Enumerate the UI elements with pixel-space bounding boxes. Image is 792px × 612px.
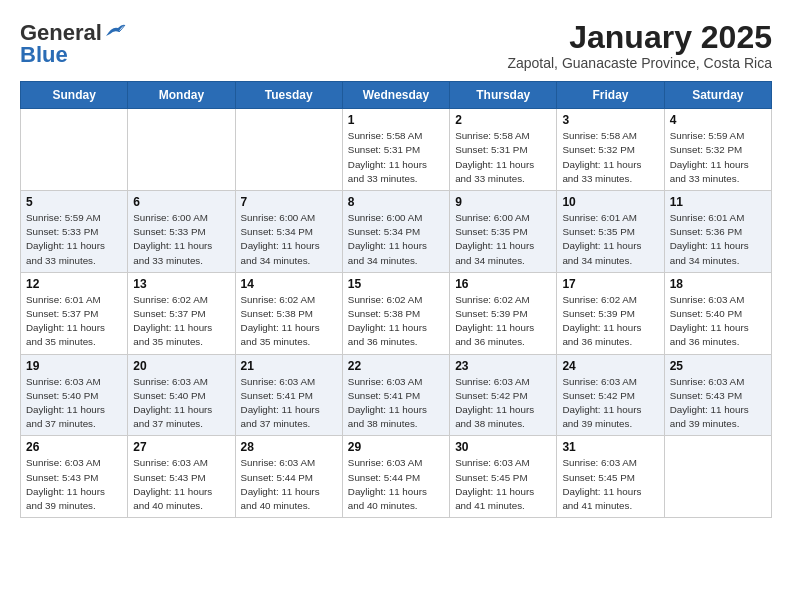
logo: General Blue	[20, 20, 126, 68]
day-info: Sunrise: 6:03 AMSunset: 5:40 PMDaylight:…	[133, 375, 229, 432]
weekday-header-sunday: Sunday	[21, 82, 128, 109]
weekday-header-friday: Friday	[557, 82, 664, 109]
calendar-week-row: 26Sunrise: 6:03 AMSunset: 5:43 PMDayligh…	[21, 436, 772, 518]
day-info: Sunrise: 6:03 AMSunset: 5:43 PMDaylight:…	[670, 375, 766, 432]
month-year: January 2025	[507, 20, 772, 55]
day-number: 5	[26, 195, 122, 209]
day-number: 6	[133, 195, 229, 209]
day-number: 9	[455, 195, 551, 209]
calendar-day-cell: 10Sunrise: 6:01 AMSunset: 5:35 PMDayligh…	[557, 191, 664, 273]
calendar-day-cell: 25Sunrise: 6:03 AMSunset: 5:43 PMDayligh…	[664, 354, 771, 436]
weekday-header-saturday: Saturday	[664, 82, 771, 109]
calendar-day-cell: 8Sunrise: 6:00 AMSunset: 5:34 PMDaylight…	[342, 191, 449, 273]
calendar-day-cell: 28Sunrise: 6:03 AMSunset: 5:44 PMDayligh…	[235, 436, 342, 518]
day-number: 20	[133, 359, 229, 373]
calendar-header-row: SundayMondayTuesdayWednesdayThursdayFrid…	[21, 82, 772, 109]
calendar-day-cell: 2Sunrise: 5:58 AMSunset: 5:31 PMDaylight…	[450, 109, 557, 191]
calendar-day-cell: 24Sunrise: 6:03 AMSunset: 5:42 PMDayligh…	[557, 354, 664, 436]
day-info: Sunrise: 6:02 AMSunset: 5:37 PMDaylight:…	[133, 293, 229, 350]
calendar-empty-cell	[235, 109, 342, 191]
calendar-day-cell: 14Sunrise: 6:02 AMSunset: 5:38 PMDayligh…	[235, 272, 342, 354]
calendar-day-cell: 18Sunrise: 6:03 AMSunset: 5:40 PMDayligh…	[664, 272, 771, 354]
day-number: 2	[455, 113, 551, 127]
calendar-day-cell: 23Sunrise: 6:03 AMSunset: 5:42 PMDayligh…	[450, 354, 557, 436]
calendar-week-row: 1Sunrise: 5:58 AMSunset: 5:31 PMDaylight…	[21, 109, 772, 191]
day-info: Sunrise: 5:58 AMSunset: 5:31 PMDaylight:…	[455, 129, 551, 186]
day-number: 19	[26, 359, 122, 373]
calendar-day-cell: 17Sunrise: 6:02 AMSunset: 5:39 PMDayligh…	[557, 272, 664, 354]
title-block: January 2025 Zapotal, Guanacaste Provinc…	[507, 20, 772, 71]
day-info: Sunrise: 6:03 AMSunset: 5:40 PMDaylight:…	[26, 375, 122, 432]
day-number: 4	[670, 113, 766, 127]
day-number: 14	[241, 277, 337, 291]
day-info: Sunrise: 6:03 AMSunset: 5:44 PMDaylight:…	[348, 456, 444, 513]
day-info: Sunrise: 6:03 AMSunset: 5:43 PMDaylight:…	[133, 456, 229, 513]
day-number: 3	[562, 113, 658, 127]
calendar-week-row: 19Sunrise: 6:03 AMSunset: 5:40 PMDayligh…	[21, 354, 772, 436]
page-header: General Blue January 2025 Zapotal, Guana…	[20, 20, 772, 71]
calendar-day-cell: 9Sunrise: 6:00 AMSunset: 5:35 PMDaylight…	[450, 191, 557, 273]
calendar-day-cell: 13Sunrise: 6:02 AMSunset: 5:37 PMDayligh…	[128, 272, 235, 354]
day-number: 28	[241, 440, 337, 454]
logo-bird-icon	[104, 22, 126, 40]
day-info: Sunrise: 6:03 AMSunset: 5:41 PMDaylight:…	[241, 375, 337, 432]
weekday-header-wednesday: Wednesday	[342, 82, 449, 109]
day-info: Sunrise: 6:00 AMSunset: 5:34 PMDaylight:…	[241, 211, 337, 268]
day-info: Sunrise: 6:03 AMSunset: 5:43 PMDaylight:…	[26, 456, 122, 513]
day-info: Sunrise: 6:00 AMSunset: 5:34 PMDaylight:…	[348, 211, 444, 268]
day-number: 22	[348, 359, 444, 373]
calendar-day-cell: 11Sunrise: 6:01 AMSunset: 5:36 PMDayligh…	[664, 191, 771, 273]
day-info: Sunrise: 6:00 AMSunset: 5:33 PMDaylight:…	[133, 211, 229, 268]
location: Zapotal, Guanacaste Province, Costa Rica	[507, 55, 772, 71]
day-number: 15	[348, 277, 444, 291]
day-number: 27	[133, 440, 229, 454]
day-info: Sunrise: 6:03 AMSunset: 5:45 PMDaylight:…	[562, 456, 658, 513]
calendar-week-row: 5Sunrise: 5:59 AMSunset: 5:33 PMDaylight…	[21, 191, 772, 273]
day-info: Sunrise: 6:02 AMSunset: 5:38 PMDaylight:…	[348, 293, 444, 350]
day-info: Sunrise: 5:58 AMSunset: 5:32 PMDaylight:…	[562, 129, 658, 186]
calendar-day-cell: 5Sunrise: 5:59 AMSunset: 5:33 PMDaylight…	[21, 191, 128, 273]
calendar-day-cell: 12Sunrise: 6:01 AMSunset: 5:37 PMDayligh…	[21, 272, 128, 354]
calendar-day-cell: 16Sunrise: 6:02 AMSunset: 5:39 PMDayligh…	[450, 272, 557, 354]
day-number: 25	[670, 359, 766, 373]
calendar-week-row: 12Sunrise: 6:01 AMSunset: 5:37 PMDayligh…	[21, 272, 772, 354]
calendar-day-cell: 19Sunrise: 6:03 AMSunset: 5:40 PMDayligh…	[21, 354, 128, 436]
day-number: 31	[562, 440, 658, 454]
day-number: 24	[562, 359, 658, 373]
calendar-empty-cell	[128, 109, 235, 191]
day-info: Sunrise: 6:03 AMSunset: 5:42 PMDaylight:…	[562, 375, 658, 432]
calendar-day-cell: 26Sunrise: 6:03 AMSunset: 5:43 PMDayligh…	[21, 436, 128, 518]
calendar-empty-cell	[21, 109, 128, 191]
calendar-day-cell: 21Sunrise: 6:03 AMSunset: 5:41 PMDayligh…	[235, 354, 342, 436]
day-info: Sunrise: 6:01 AMSunset: 5:36 PMDaylight:…	[670, 211, 766, 268]
calendar-day-cell: 6Sunrise: 6:00 AMSunset: 5:33 PMDaylight…	[128, 191, 235, 273]
day-info: Sunrise: 6:03 AMSunset: 5:45 PMDaylight:…	[455, 456, 551, 513]
calendar-day-cell: 4Sunrise: 5:59 AMSunset: 5:32 PMDaylight…	[664, 109, 771, 191]
weekday-header-monday: Monday	[128, 82, 235, 109]
day-info: Sunrise: 6:00 AMSunset: 5:35 PMDaylight:…	[455, 211, 551, 268]
day-number: 13	[133, 277, 229, 291]
day-number: 18	[670, 277, 766, 291]
day-info: Sunrise: 5:59 AMSunset: 5:33 PMDaylight:…	[26, 211, 122, 268]
day-number: 12	[26, 277, 122, 291]
calendar-day-cell: 27Sunrise: 6:03 AMSunset: 5:43 PMDayligh…	[128, 436, 235, 518]
calendar-day-cell: 22Sunrise: 6:03 AMSunset: 5:41 PMDayligh…	[342, 354, 449, 436]
day-number: 23	[455, 359, 551, 373]
calendar-day-cell: 1Sunrise: 5:58 AMSunset: 5:31 PMDaylight…	[342, 109, 449, 191]
day-number: 1	[348, 113, 444, 127]
logo-blue: Blue	[20, 42, 68, 68]
day-info: Sunrise: 6:01 AMSunset: 5:37 PMDaylight:…	[26, 293, 122, 350]
calendar-day-cell: 29Sunrise: 6:03 AMSunset: 5:44 PMDayligh…	[342, 436, 449, 518]
day-info: Sunrise: 6:03 AMSunset: 5:42 PMDaylight:…	[455, 375, 551, 432]
day-number: 7	[241, 195, 337, 209]
calendar-day-cell: 7Sunrise: 6:00 AMSunset: 5:34 PMDaylight…	[235, 191, 342, 273]
day-number: 16	[455, 277, 551, 291]
calendar-table: SundayMondayTuesdayWednesdayThursdayFrid…	[20, 81, 772, 518]
calendar-day-cell: 20Sunrise: 6:03 AMSunset: 5:40 PMDayligh…	[128, 354, 235, 436]
day-number: 29	[348, 440, 444, 454]
day-info: Sunrise: 6:02 AMSunset: 5:39 PMDaylight:…	[562, 293, 658, 350]
day-number: 10	[562, 195, 658, 209]
day-info: Sunrise: 5:58 AMSunset: 5:31 PMDaylight:…	[348, 129, 444, 186]
day-info: Sunrise: 6:01 AMSunset: 5:35 PMDaylight:…	[562, 211, 658, 268]
weekday-header-tuesday: Tuesday	[235, 82, 342, 109]
